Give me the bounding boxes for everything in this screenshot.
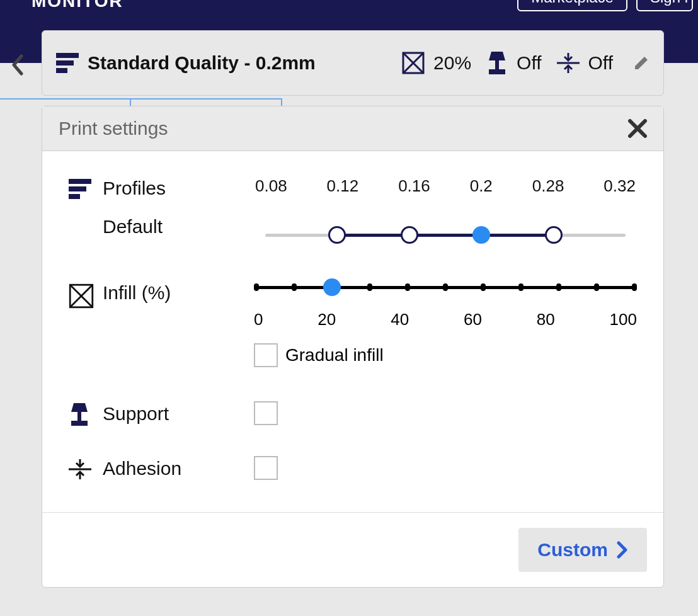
infill-tick-label: 0	[254, 310, 263, 329]
profiles-label: Profiles	[103, 176, 254, 199]
infill-tick-label: 60	[464, 310, 482, 329]
layers-icon	[56, 53, 79, 73]
profile-slider-stop[interactable]	[401, 226, 418, 244]
svg-rect-12	[69, 179, 91, 184]
summary-infill-label: 20%	[433, 52, 471, 74]
profile-slider-stop[interactable]	[328, 226, 346, 244]
infill-tick	[405, 283, 410, 291]
infill-label: Infill (%)	[103, 281, 254, 304]
back-button[interactable]	[11, 54, 24, 76]
infill-tick	[594, 283, 599, 291]
infill-tick-label: 100	[610, 310, 637, 329]
profile-tick-label: 0.2	[470, 176, 493, 196]
signin-button[interactable]: Sign i	[636, 0, 693, 11]
summary-adhesion: Off	[557, 52, 613, 74]
infill-tick-label: 80	[537, 310, 555, 329]
infill-tick	[367, 283, 372, 291]
support-icon	[486, 52, 508, 74]
profile-tick-label: 0.08	[255, 176, 287, 196]
svg-rect-1	[56, 60, 74, 66]
profile-tick-label: 0.32	[604, 176, 636, 196]
profile-tick-label: 0.12	[327, 176, 359, 196]
layers-icon	[69, 179, 91, 199]
adhesion-icon	[557, 52, 580, 74]
custom-settings-label: Custom	[537, 539, 608, 561]
chevron-left-icon	[11, 54, 24, 76]
support-checkbox[interactable]	[254, 401, 278, 425]
infill-tick	[481, 283, 486, 291]
infill-tick-label: 40	[391, 310, 409, 329]
adhesion-label: Adhesion	[103, 457, 254, 479]
close-icon	[628, 119, 647, 138]
close-panel-button[interactable]	[628, 119, 647, 138]
panel-header: Print settings	[42, 106, 663, 151]
profile-tick-label: 0.28	[532, 176, 564, 196]
infill-tick	[443, 283, 448, 291]
svg-rect-14	[69, 194, 80, 199]
support-label: Support	[103, 402, 254, 425]
infill-tick-label: 20	[318, 310, 336, 329]
edit-summary-button[interactable]	[633, 55, 649, 71]
infill-tick-labels: 020406080100	[254, 310, 637, 329]
gradual-infill-label: Gradual infill	[285, 345, 384, 365]
chevron-right-icon	[617, 541, 628, 559]
svg-marker-18	[71, 403, 88, 426]
adhesion-icon	[69, 458, 91, 481]
profile-slider-stop[interactable]	[545, 226, 563, 244]
profiles-sublabel: Default	[103, 216, 254, 237]
support-icon	[69, 402, 90, 426]
print-settings-panel: Print settings	[42, 106, 664, 588]
summary-adhesion-label: Off	[588, 52, 613, 74]
infill-tick	[292, 283, 297, 291]
infill-icon	[402, 52, 425, 74]
nav-title-fragment: MONITOR	[31, 0, 123, 11]
pencil-icon	[633, 55, 649, 71]
profile-slider-stop[interactable]	[472, 226, 490, 244]
summary-quality-label: Standard Quality - 0.2mm	[88, 52, 316, 74]
profile-slider[interactable]	[254, 223, 637, 248]
print-summary-bar[interactable]: Standard Quality - 0.2mm 20% Off	[42, 30, 664, 96]
gradual-infill-checkbox[interactable]	[254, 343, 278, 367]
infill-icon	[69, 283, 94, 309]
marketplace-button[interactable]: Marketplace	[517, 0, 627, 11]
infill-tick	[518, 283, 524, 291]
profile-tick-labels: 0.080.120.160.20.280.32	[254, 176, 637, 196]
adhesion-checkbox[interactable]	[254, 456, 278, 480]
svg-rect-2	[56, 68, 67, 73]
panel-title: Print settings	[59, 118, 168, 139]
summary-infill: 20%	[402, 52, 471, 74]
infill-tick	[254, 283, 259, 291]
infill-tick	[632, 283, 637, 291]
infill-tick	[556, 283, 561, 291]
svg-rect-0	[56, 53, 79, 58]
summary-support: Off	[486, 52, 541, 74]
infill-slider-handle[interactable]	[323, 278, 341, 296]
profile-tick-label: 0.16	[398, 176, 430, 196]
summary-support-label: Off	[517, 52, 541, 74]
svg-marker-6	[489, 52, 505, 74]
svg-rect-13	[69, 186, 86, 191]
custom-settings-button[interactable]: Custom	[518, 528, 647, 572]
infill-slider[interactable]	[254, 281, 637, 306]
summary-quality: Standard Quality - 0.2mm	[56, 52, 387, 74]
